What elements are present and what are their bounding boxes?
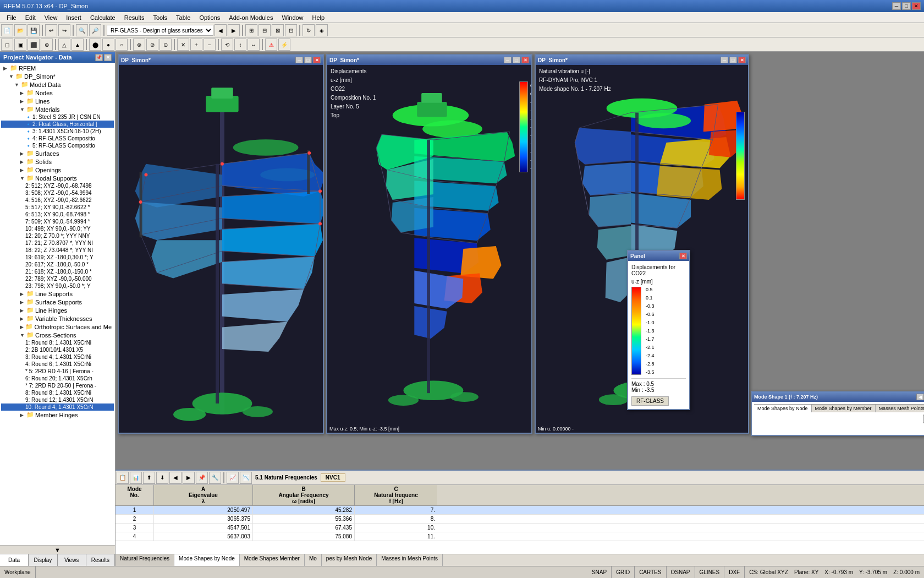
nav-cs-2[interactable]: 2: 2B 100/10/1.4301 X5 [1,346,114,353]
menu-tools[interactable]: Tools [148,13,172,22]
nav-project[interactable]: ▼ 📁 DP_Simon* [1,72,114,80]
model-window-max[interactable]: □ [304,57,312,63]
nav-cs-7[interactable]: * 7: 2RD RD 20-50 | Ferona - [1,382,114,389]
nav-tab-results[interactable]: Results [86,554,115,566]
tbl-btn2[interactable]: 📊 [130,472,142,484]
nav-mat-5[interactable]: 🔹 5: RF-GLASS Compositio [1,142,114,149]
tab-mode-shapes-member[interactable]: Mode Shapes Member [240,554,305,566]
model-viewport[interactable] [119,65,323,433]
nav-tab-data[interactable]: Data [0,554,29,566]
tb2-10[interactable]: ⊗ [133,39,145,51]
table-row-3[interactable]: 3 4547.501 67.435 10. [116,524,924,532]
tb2-15[interactable]: − [204,39,216,51]
status-cartes[interactable]: CARTES [635,566,666,578]
tb-next[interactable]: ▶ [228,24,240,36]
nav-cs-8[interactable]: 8: Round 8; 1.4301 X5CrNi [1,389,114,396]
tbl-btn5[interactable]: ◀ [169,472,182,484]
tab-natural-frequencies[interactable]: Natural Frequencies [116,554,174,566]
tab-mode-shapes-node[interactable]: Mode Shapes by Node [174,554,240,566]
tb2-6[interactable]: ▲ [72,39,84,51]
nav-openings[interactable]: ▶ 📁 Openings [1,166,114,174]
nav-ns-22[interactable]: 22: 789; XYZ -90,0,-50.000 [1,275,114,282]
nav-mat-2[interactable]: 🔹 2: Float Glass, Horizontal | [1,121,114,128]
nav-ns-6[interactable]: 6: 513; XY 90,0,-68.7498 * [1,211,114,218]
tab-mo[interactable]: Mo [305,554,322,566]
tb2-4[interactable]: ⊕ [41,39,53,51]
tbl-btn3[interactable]: ⬆ [143,472,155,484]
nav-member-hinges[interactable]: ▶ 📁 Member Hinges [1,411,114,419]
nav-cross-sections[interactable]: ▼ 📁 Cross-Sections [1,331,114,339]
menu-insert[interactable]: Insert [62,13,86,22]
tbl-btn9[interactable]: 📈 [227,472,239,484]
ms-tab-member[interactable]: Mode Shapes by Member [812,405,876,412]
menu-file[interactable]: File [2,13,21,22]
status-snap[interactable]: SNAP [587,566,612,578]
nav-tab-views[interactable]: Views [58,554,86,566]
disp-window-min[interactable]: ─ [504,57,512,63]
tb2-14[interactable]: + [190,39,202,51]
tb2-3[interactable]: ⬛ [28,39,40,51]
tb-rotate[interactable]: ↻ [302,24,315,36]
tb2-7[interactable]: ⬤ [89,39,101,51]
model-window-min[interactable]: ─ [295,57,303,63]
nav-ns-23[interactable]: 23: 798; XY 90,0,-50.0 *; Y [1,282,114,290]
nav-surface-supports[interactable]: ▶ 📁 Surface Supports [1,298,114,306]
tb2-5[interactable]: △ [58,39,70,51]
nav-ns-4[interactable]: 4: 516; XYZ -90,0,-82.6622 [1,197,114,204]
tb2-18[interactable]: ↔ [248,39,260,51]
status-dxf[interactable]: DXF [724,566,745,578]
tb-btn3[interactable]: ⊠ [272,24,284,36]
disp-window-close[interactable]: ✕ [521,57,529,63]
tb2-11[interactable]: ⊘ [146,39,158,51]
tbl-btn10[interactable]: 📉 [240,472,252,484]
tb-view3d[interactable]: ◈ [316,24,328,36]
tb-zoom-out[interactable]: 🔎 [89,24,101,36]
tb-save[interactable]: 💾 [28,24,40,36]
nav-nodal-supports[interactable]: ▼ 📁 Nodal Supports [1,174,114,182]
menu-edit[interactable]: Edit [21,13,40,22]
ms-tab-mesh[interactable]: Masses Mesh Points [876,405,924,412]
nav-ortho[interactable]: ▶ 📁 Orthotropic Surfaces and Me [1,323,114,331]
nav-ns-10[interactable]: 10: 498; XY 90,0,-90.0; YY [1,225,114,232]
nav-cs-10[interactable]: 10: Round 4; 1.4301 X5CrN [1,403,114,411]
nav-ns-12[interactable]: 12: 20; Z 70.0 *; YYY NNY [1,232,114,239]
nav-line-supports[interactable]: ▶ 📁 Line Supports [1,290,114,298]
tab-mesh-node[interactable]: pes by Mesh Node [322,554,377,566]
disp-window-max[interactable]: □ [513,57,520,63]
tb2-13[interactable]: ✕ [177,39,189,51]
tb2-8[interactable]: ● [102,39,114,51]
menu-calculate[interactable]: Calculate [86,13,120,22]
nav-pin[interactable]: 📌 [95,54,103,61]
tb-zoom-in[interactable]: 🔍 [76,24,88,36]
nav-line-hinges[interactable]: ▶ 📁 Line Hinges [1,306,114,314]
tb2-16[interactable]: ⟲ [221,39,233,51]
addon-combo[interactable]: RF-GLASS - Design of glass surfaces [107,25,213,36]
nav-ns-2[interactable]: 2: 512; XYZ -90,0,-68.7498 [1,182,114,189]
tb2-19[interactable]: ⚠ [265,39,277,51]
tb-new[interactable]: 📄 [1,24,13,36]
tb-open[interactable]: 📂 [14,24,26,36]
nav-mat-3[interactable]: 🔹 3: 1.4301 X5CrNi18-10 (2H) [1,128,114,135]
tb-undo[interactable]: ↩ [45,24,57,36]
table-row-1[interactable]: 1 2050.497 45.282 7. [116,506,924,515]
nav-cs-3[interactable]: 3: Round 4; 1.4301 X5CrNi [1,353,114,361]
tbl-btn1[interactable]: 📋 [117,472,129,484]
minimize-button[interactable]: ─ [892,2,901,10]
nav-root-rfem[interactable]: ▶ 📁 RFEM [1,64,114,72]
status-osnap[interactable]: OSNAP [667,566,695,578]
menu-help[interactable]: Help [308,13,329,22]
tbl-btn6[interactable]: ▶ [183,472,195,484]
nav-ns-19[interactable]: 19: 619; XZ -180,0,30.0 *; Y [1,254,114,261]
menu-table[interactable]: Table [172,13,195,22]
tb-btn2[interactable]: ⊟ [258,24,271,36]
nav-nodes[interactable]: ▶ 📁 Nodes [1,89,114,97]
menu-addon[interactable]: Add-on Modules [224,13,277,22]
nav-ns-17[interactable]: 17: 21; Z 70.8707 *; YYY NI [1,239,114,247]
nav-ns-3[interactable]: 3: 508; XYZ -90,0,-54.9994 [1,189,114,197]
ms-prev[interactable]: ◀ [916,394,924,400]
tb2-2[interactable]: ▣ [14,39,26,51]
nav-cs-5[interactable]: * 5: 2RD RD 4-16 | Ferona - [1,368,114,375]
nav-ns-20[interactable]: 20: 617; XZ -180,0,-50.0 * [1,261,114,268]
status-glines[interactable]: GLINES [695,566,725,578]
model-window-close[interactable]: ✕ [313,57,321,63]
